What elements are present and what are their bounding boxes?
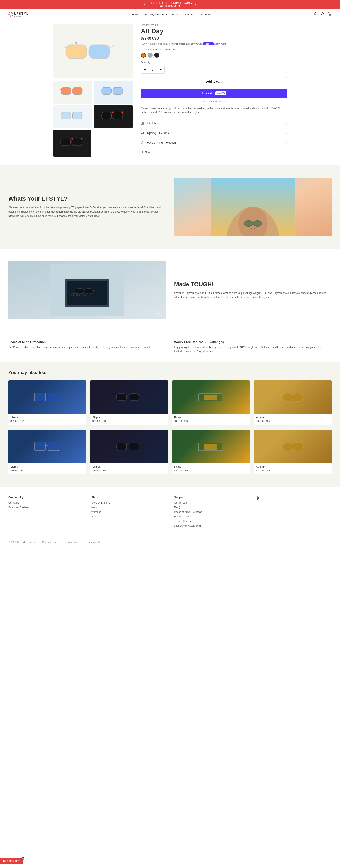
accordion-shipping-header[interactable]: Shipping & Returns › <box>141 128 287 138</box>
tough-watermark-lfstyl: LFSTYL <box>151 312 162 315</box>
nav-shop[interactable]: Shop by LFSTYL ▾ <box>144 13 167 16</box>
learn-more-link[interactable]: Learn more <box>214 42 226 45</box>
thumb-3[interactable] <box>53 105 92 128</box>
color-section: Color: Clear-Grease · Red Lens <box>141 48 287 58</box>
share-row[interactable]: Share <box>141 148 287 157</box>
svg-line-62 <box>139 395 141 396</box>
footer-link-get-in-touch[interactable]: Get in Touch <box>174 501 249 504</box>
shop-pay-logo: shoppay <box>215 91 226 95</box>
svg-rect-29 <box>61 139 70 146</box>
whats-text-side: Whats Your LFSTYL? Discover premium qual… <box>8 195 166 218</box>
logo[interactable]: LFSTYL eyewear <box>8 12 29 17</box>
account-icon[interactable] <box>321 12 324 17</box>
svg-rect-59 <box>129 394 139 400</box>
thumb-4[interactable] <box>94 105 133 128</box>
cart-icon[interactable] <box>328 12 332 17</box>
accordion-materials: Materials › <box>141 119 287 128</box>
share-label: Share <box>145 151 152 154</box>
footer-refund-link[interactable]: Refund policy <box>88 541 102 543</box>
accordion-materials-header[interactable]: Materials › <box>141 119 287 128</box>
svg-line-61 <box>115 395 116 396</box>
footer-link-our-story[interactable]: Our Story <box>8 501 83 504</box>
qty-plus-button[interactable]: + <box>157 66 165 73</box>
shipping-label: Shipping & Returns <box>145 131 169 134</box>
color-swatch-orange[interactable] <box>141 53 146 58</box>
color-swatch-gray[interactable] <box>148 53 152 58</box>
product-brand: LFSTYLWEAR <box>141 24 287 27</box>
nav-womens[interactable]: Womens <box>183 13 194 16</box>
prima-2-name: Prima <box>174 465 248 468</box>
nav-our-story[interactable]: Our Story <box>199 13 211 16</box>
feature-worry-title: Worry-Free Returns & Exchanges <box>174 340 332 344</box>
accordion-peace-header[interactable]: Peace of Mind Protection › <box>141 138 287 147</box>
footer-link-peace[interactable]: Peace of Mind Protection <box>174 510 249 514</box>
add-to-cart-button[interactable]: Add to cart <box>141 77 287 87</box>
brand-name-logo: LFSTYL <box>14 12 29 15</box>
footer-link-refund[interactable]: Refund Policy <box>174 515 249 518</box>
skipper-info: Skipper $39.00 USD <box>90 414 168 425</box>
svg-rect-30 <box>72 139 82 146</box>
buy-with-shoppay-button[interactable]: Buy with shoppay <box>141 89 287 98</box>
footer-link-search[interactable]: Search <box>91 515 166 518</box>
search-icon[interactable] <box>314 12 317 17</box>
color-swatch-black[interactable] <box>154 53 159 58</box>
thumb-5[interactable] <box>53 130 91 157</box>
announcement-right-arrow[interactable]: › <box>195 3 196 6</box>
footer-link-customer-reviews[interactable]: Customer Reviews <box>8 506 83 509</box>
announcement-text: CELEBRATE OUR LAUNCH PARTY WITH 20% OFF! <box>148 2 192 7</box>
svg-point-28 <box>122 112 123 113</box>
merca-2-info: Merca $39.00 USD <box>8 463 86 474</box>
announcement-left-arrow[interactable]: ‹ <box>144 3 145 6</box>
svg-marker-40 <box>141 141 144 144</box>
footer-privacy-link[interactable]: Privacy policy <box>42 541 56 543</box>
more-payment-button[interactable]: More payment options <box>141 100 287 103</box>
footer-link-mens[interactable]: Mens <box>91 506 166 509</box>
footer-link-womens[interactable]: Womens <box>91 510 166 514</box>
color-label: Color: Clear-Grease · Red Lens <box>141 48 287 51</box>
instagram-icon[interactable] <box>257 496 262 501</box>
svg-rect-58 <box>116 394 126 400</box>
svg-point-44 <box>244 221 253 226</box>
materials-label: Materials <box>145 122 157 125</box>
materials-icon <box>141 122 144 125</box>
footer-link-faq[interactable]: F.A.Q. <box>174 506 249 509</box>
product-card-autumn-2[interactable]: Autumn $39.00 USD <box>254 430 332 474</box>
thumb-2[interactable] <box>94 81 133 103</box>
svg-rect-72 <box>129 443 139 450</box>
nav-home[interactable]: Home <box>132 13 139 16</box>
svg-line-16 <box>60 89 61 90</box>
svg-point-1 <box>9 13 12 16</box>
svg-point-39 <box>143 133 143 134</box>
qty-minus-button[interactable]: − <box>141 66 149 73</box>
accordion-shipping: Shipping & Returns › <box>141 128 287 138</box>
svg-rect-34 <box>141 122 144 124</box>
thumb-1[interactable] <box>53 81 92 103</box>
nav-mens[interactable]: Mens <box>172 13 178 16</box>
product-card-skipper-2[interactable]: Skipper $39.00 USD <box>90 430 168 474</box>
tough-watermark-eyewear: eyewear <box>151 315 162 317</box>
svg-rect-75 <box>204 444 217 450</box>
svg-rect-79 <box>257 496 261 500</box>
product-card-autumn[interactable]: Autumn $39.00 USD <box>254 380 332 425</box>
product-card-merca-2[interactable]: Merca $39.00 USD <box>8 430 86 474</box>
footer-terms-link[interactable]: Terms of service <box>63 541 80 543</box>
skipper-2-info: Skipper $39.00 USD <box>90 463 168 474</box>
svg-rect-22 <box>72 112 82 119</box>
footer-support: Support Get in Touch F.A.Q. Peace of Min… <box>174 496 249 529</box>
quantity-section: Quantity − 1 + <box>141 61 287 73</box>
product-gallery <box>53 24 133 157</box>
footer-link-terms[interactable]: Terms of Service <box>174 520 249 523</box>
prima-2-price: $49.00 USD <box>174 469 248 472</box>
svg-rect-8 <box>89 45 110 58</box>
autumn-info: Autumn $39.00 USD <box>254 414 332 425</box>
product-card-skipper[interactable]: Skipper $39.00 USD <box>90 380 168 425</box>
footer-link-email[interactable]: support@lfstylwear.com <box>174 524 249 527</box>
product-card-merca[interactable]: Merca $39.00 USD <box>8 380 86 425</box>
footer-link-shop-lfstyl[interactable]: Shop by LFSTYL <box>91 501 166 504</box>
product-price: $39.00 USD <box>141 37 287 40</box>
shop-pay-badge: shoppay <box>203 42 214 45</box>
product-card-prima-2[interactable]: Prima $49.00 USD <box>172 430 250 474</box>
product-card-prima[interactable]: Prima $49.00 USD <box>172 380 250 425</box>
prima-name: Prima <box>174 416 248 419</box>
accordion-peace: Peace of Mind Protection › <box>141 138 287 148</box>
